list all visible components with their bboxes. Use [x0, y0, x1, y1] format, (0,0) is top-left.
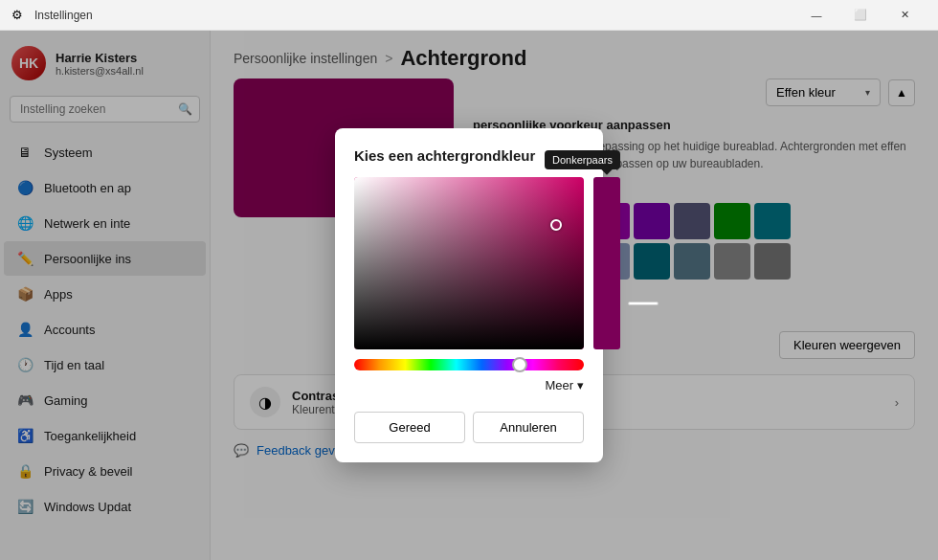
- modal-buttons: Gereed Annuleren: [354, 412, 584, 443]
- cancel-button[interactable]: Annuleren: [473, 412, 584, 443]
- maximize-button[interactable]: ⬜: [838, 0, 882, 31]
- tooltip: Donkerpaars: [545, 150, 620, 169]
- meer-chevron-icon: ▾: [577, 378, 584, 392]
- settings-icon: ⚙: [11, 8, 27, 23]
- hue-slider[interactable]: [354, 359, 584, 370]
- hue-cursor: [628, 302, 659, 305]
- picker-cursor: [550, 219, 562, 231]
- titlebar-title: Instellingen: [34, 9, 93, 22]
- close-button[interactable]: ✕: [882, 0, 927, 31]
- meer-button[interactable]: Meer ▾: [354, 378, 584, 392]
- minimize-button[interactable]: —: [794, 0, 838, 31]
- titlebar: ⚙ Instellingen — ⬜ ✕: [0, 0, 938, 31]
- done-button[interactable]: Gereed: [354, 412, 465, 443]
- color-result-strip-container: Donkerpaars: [593, 177, 620, 349]
- hue-slider-thumb[interactable]: [512, 357, 527, 372]
- color-picker-modal: Kies een achtergrondkleur: [335, 128, 603, 462]
- modal-overlay: Kies een achtergrondkleur: [0, 31, 938, 560]
- result-color-strip: [593, 177, 620, 349]
- color-picker-area[interactable]: [354, 177, 584, 349]
- meer-label: Meer: [545, 378, 573, 392]
- preview-strip-container: Donkerpaars: [593, 177, 620, 349]
- titlebar-controls: — ⬜ ✕: [794, 0, 927, 31]
